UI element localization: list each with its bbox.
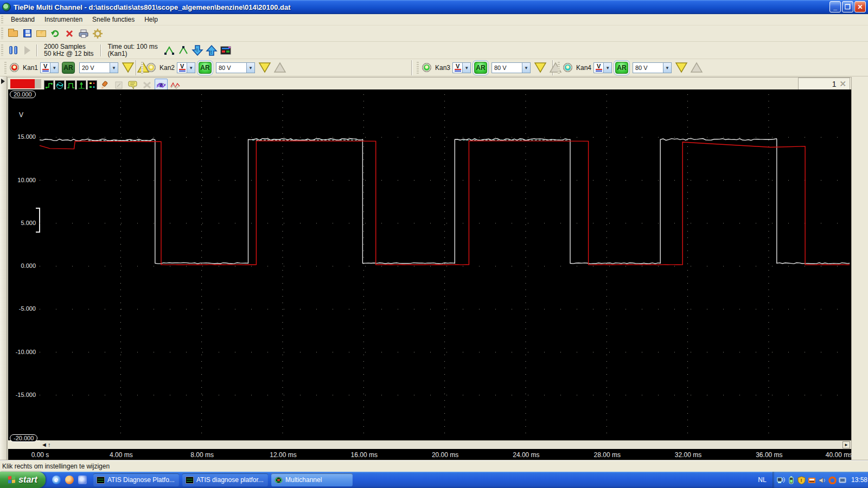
- autorange-button[interactable]: AR: [62, 62, 75, 74]
- range-combo[interactable]: 80 V▼: [633, 62, 672, 73]
- chevron-down-icon[interactable]: ▼: [603, 63, 611, 73]
- language-indicator[interactable]: NL: [755, 474, 769, 485]
- pause-button[interactable]: [7, 44, 20, 57]
- chevron-down-icon[interactable]: ▼: [462, 63, 470, 73]
- channel-led-icon[interactable]: [563, 63, 572, 72]
- menu-snelle-functies[interactable]: Snelle functies: [87, 15, 139, 24]
- task-button-multichannel[interactable]: Multichannel: [271, 473, 353, 486]
- coupling-combo[interactable]: V▼: [593, 62, 612, 73]
- range-up-button: [690, 62, 703, 75]
- security-shield-icon[interactable]: !: [797, 476, 806, 484]
- range-value: 20 V: [80, 65, 94, 71]
- chevron-down-icon[interactable]: ▼: [187, 63, 195, 73]
- quicklaunch-explorer-icon[interactable]: [78, 476, 87, 484]
- range-down-button[interactable]: [258, 62, 271, 75]
- task-button-atis-1[interactable]: ATIS Diagnose Platfo...: [93, 473, 179, 486]
- step-response-button[interactable]: [44, 80, 54, 90]
- colors-button[interactable]: [219, 44, 232, 57]
- coupling-value: V: [594, 63, 603, 73]
- task-label: ATIS diagnose platfor...: [196, 476, 264, 484]
- rise-time-button[interactable]: [76, 80, 86, 90]
- x-tick-label: 20.00 ms: [432, 451, 458, 459]
- range-down-button[interactable]: [122, 62, 135, 75]
- task-label: Multichannel: [285, 476, 322, 484]
- chevron-down-icon[interactable]: ▼: [522, 63, 530, 73]
- range-combo[interactable]: 80 V▼: [216, 62, 255, 73]
- panel-splitter[interactable]: [0, 76, 7, 460]
- minimize-button[interactable]: _: [829, 1, 841, 12]
- scroll-right-button[interactable]: ►: [843, 441, 850, 448]
- separator: [100, 44, 101, 56]
- range-combo[interactable]: 20 V▼: [79, 62, 118, 73]
- display-settings-icon[interactable]: [839, 476, 847, 484]
- chevron-down-icon[interactable]: ▼: [663, 63, 671, 73]
- axis-slider-handle[interactable]: [37, 208, 40, 233]
- range-down-button[interactable]: [675, 62, 688, 75]
- x-tick-label: 4.00 ms: [110, 451, 133, 459]
- battery-icon[interactable]: [787, 476, 795, 484]
- restore-button[interactable]: ❐: [842, 1, 853, 12]
- delete-button[interactable]: [63, 27, 76, 40]
- task-button-atis-2[interactable]: ATIS diagnose platfor...: [182, 473, 268, 486]
- mail-button[interactable]: [35, 27, 48, 40]
- page-close-icon[interactable]: ✕: [839, 79, 846, 89]
- peak-single-button[interactable]: [163, 44, 176, 57]
- autorange-button[interactable]: AR: [615, 62, 628, 74]
- range-value: 80 V: [633, 65, 648, 71]
- toolbar-grabber[interactable]: [558, 62, 560, 74]
- coupling-combo[interactable]: V▼: [452, 62, 471, 73]
- open-button[interactable]: [7, 27, 20, 40]
- start-button[interactable]: start: [0, 472, 46, 488]
- page-tab[interactable]: 1 ✕: [798, 78, 850, 90]
- channel-group-kan2: Kan2V▼AR80 V▼: [140, 59, 273, 76]
- toolbar-grabber[interactable]: [141, 62, 143, 74]
- scroll-left-icons[interactable]: ◄↑: [41, 441, 51, 448]
- pause-icon: [9, 46, 17, 54]
- title-bar: TiePie Multi Channel - d:\atiscd\atis\at…: [0, 0, 868, 14]
- y-axis-unit: V: [19, 111, 23, 119]
- expand-arrow-icon: [1, 79, 5, 84]
- refresh-button[interactable]: [49, 27, 62, 40]
- save-button[interactable]: [21, 27, 34, 40]
- menu-bestand[interactable]: Bestand: [6, 15, 40, 24]
- plot-area[interactable]: [8, 89, 851, 440]
- coupling-combo[interactable]: V▼: [40, 62, 59, 73]
- resume-button[interactable]: [21, 44, 34, 57]
- toolbar-grabber[interactable]: [4, 62, 7, 74]
- horizontal-scrollbar[interactable]: ◄↑ ►: [40, 440, 851, 449]
- chevron-down-icon[interactable]: ▼: [50, 63, 58, 73]
- close-button[interactable]: ✕: [854, 1, 866, 12]
- channel-select-button[interactable]: [87, 80, 97, 90]
- chevron-down-icon[interactable]: ▼: [110, 63, 118, 73]
- update-ring-icon[interactable]: [828, 476, 837, 484]
- channel-led-icon[interactable]: [10, 63, 19, 72]
- range-combo[interactable]: 80 V▼: [492, 62, 531, 73]
- pulse-measure-button[interactable]: [66, 80, 75, 90]
- menu-instrumenten[interactable]: Instrumenten: [40, 15, 87, 24]
- sine-analysis-button[interactable]: [55, 80, 65, 90]
- channel-led-icon[interactable]: [422, 63, 431, 72]
- quicklaunch-firefox-icon[interactable]: [65, 476, 74, 484]
- channel-led-icon[interactable]: [146, 63, 156, 72]
- volume-icon[interactable]: [818, 476, 826, 484]
- toolbar-grabber[interactable]: [1, 44, 3, 56]
- range-down-button[interactable]: [534, 62, 547, 75]
- autorange-button[interactable]: AR: [474, 62, 487, 74]
- peak-continuous-button[interactable]: [177, 44, 190, 57]
- toolbar-grabber[interactable]: [1, 28, 3, 38]
- chevron-down-icon[interactable]: ▼: [246, 63, 254, 73]
- autorange-button[interactable]: AR: [199, 62, 212, 74]
- time-increase-button[interactable]: t: [205, 44, 218, 57]
- coupling-combo[interactable]: V▼: [177, 62, 195, 73]
- print-button[interactable]: [77, 27, 90, 40]
- quicklaunch-ie-icon[interactable]: [52, 476, 61, 484]
- time-decrease-button[interactable]: t: [191, 44, 204, 57]
- settings-button[interactable]: [91, 27, 104, 40]
- toolbar-grabber[interactable]: [1, 16, 3, 23]
- scanner-icon[interactable]: [808, 476, 816, 484]
- menu-help[interactable]: Help: [139, 15, 163, 24]
- toolbar-grabber[interactable]: [417, 62, 419, 74]
- network-monitor-icon[interactable]: [777, 476, 785, 484]
- y-tick-label: 20.000: [10, 91, 36, 98]
- range-value: 80 V: [216, 65, 231, 71]
